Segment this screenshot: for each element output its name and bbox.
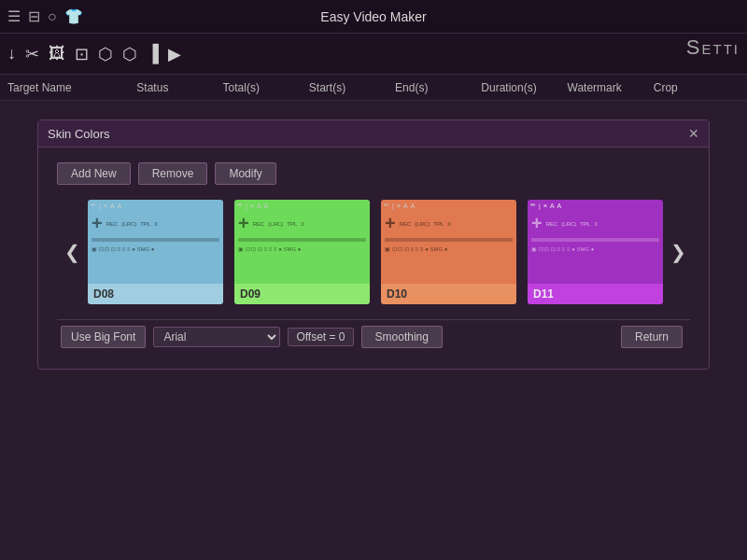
panels-icon[interactable]: ⊟ — [28, 7, 40, 25]
app-title: Easy Video Maker — [320, 9, 426, 24]
card-d09-preview: ✏ | ≡ A A + REC (LRC) TPL — [234, 200, 370, 284]
prev-arrow[interactable]: ❮ — [57, 241, 88, 263]
offset-control: Offset = 0 — [288, 328, 353, 346]
crop-icon[interactable]: ⊡ — [75, 44, 89, 64]
link2-icon[interactable]: ⬡ — [122, 44, 137, 64]
toolbar: ↓ ✂ 🖼 ⊡ ⬡ ⬡ ▐ ▶ Setti — [0, 34, 747, 75]
col-watermark: Watermark — [568, 81, 654, 94]
col-duration: Duration(s) — [481, 81, 567, 94]
title-bar-icons: ☰ ⊟ ○ 👕 — [0, 7, 83, 25]
column-headers: Target Name Status Total(s) Start(s) End… — [0, 75, 747, 101]
col-end: End(s) — [395, 81, 481, 94]
skin-card-d10[interactable]: ✏ | ≡ A A + REC (LRC) TPL — [381, 200, 516, 304]
font-dropdown[interactable]: Arial Times New Roman Verdana — [153, 327, 280, 347]
use-big-font-button[interactable]: Use Big Font — [61, 326, 146, 348]
card-d08-preview: ✏ | ≡ A A + REC (LRC) TPL — [88, 200, 223, 284]
dialog-body: Add New Remove Modify ❮ ✏ | ≡ — [38, 147, 709, 369]
dialog-titlebar: Skin Colors ✕ — [38, 120, 709, 147]
dialog-bottom-bar: Use Big Font Arial Times New Roman Verda… — [57, 319, 690, 354]
dialog-title: Skin Colors — [48, 127, 109, 141]
image-icon[interactable]: 🖼 — [49, 44, 65, 63]
menu-icon[interactable]: ☰ — [7, 7, 21, 25]
font-selector[interactable]: Arial Times New Roman Verdana — [153, 327, 280, 347]
card-d11-preview: ✏ | ≡ A A + REC (LRC) TPL — [528, 200, 663, 284]
card-d10-label: D10 — [381, 284, 516, 304]
settings-label: Setti — [686, 35, 740, 60]
title-bar: ☰ ⊟ ○ 👕 Easy Video Maker — [0, 0, 747, 34]
card-d11-label: D11 — [528, 284, 663, 304]
card-d08-label: D08 — [88, 284, 223, 304]
col-total: Total(s) — [223, 81, 309, 94]
cards-container: ✏ | ≡ A A + REC (LRC) TPL — [88, 200, 663, 304]
play-icon[interactable]: ▶ — [168, 44, 181, 64]
link-icon[interactable]: ⬡ — [98, 44, 113, 64]
skin-cards-area: ❮ ✏ | ≡ A A + — [57, 200, 690, 304]
search-icon[interactable]: ○ — [48, 8, 57, 25]
card-d09-label: D09 — [234, 284, 370, 304]
skin-card-d11[interactable]: ✏ | ≡ A A + REC (LRC) TPL — [528, 200, 663, 304]
col-status: Status — [136, 81, 222, 94]
skin-card-d09[interactable]: ✏ | ≡ A A + REC (LRC) TPL — [234, 200, 370, 304]
download-icon[interactable]: ↓ — [7, 44, 16, 63]
col-start: Start(s) — [309, 81, 395, 94]
main-area: Skin Colors ✕ Add New Remove Modify ❮ — [0, 101, 747, 560]
col-crop: Crop — [654, 81, 740, 94]
next-arrow[interactable]: ❯ — [663, 241, 694, 263]
modify-button[interactable]: Modify — [215, 162, 275, 185]
dialog-close-button[interactable]: ✕ — [688, 126, 699, 141]
add-new-button[interactable]: Add New — [57, 162, 131, 185]
panel-icon[interactable]: ▐ — [147, 44, 159, 63]
dialog-action-buttons: Add New Remove Modify — [57, 162, 690, 185]
remove-button[interactable]: Remove — [138, 162, 208, 185]
col-target-name: Target Name — [7, 81, 136, 94]
shirt-icon[interactable]: 👕 — [64, 7, 83, 25]
cut-icon[interactable]: ✂ — [25, 44, 39, 64]
smoothing-button[interactable]: Smoothing — [361, 326, 443, 348]
return-button[interactable]: Return — [621, 326, 683, 348]
card-d10-preview: ✏ | ≡ A A + REC (LRC) TPL — [381, 200, 516, 284]
skin-card-d08[interactable]: ✏ | ≡ A A + REC (LRC) TPL — [88, 200, 223, 304]
offset-display[interactable]: Offset = 0 — [288, 328, 353, 346]
skin-colors-dialog: Skin Colors ✕ Add New Remove Modify ❮ — [37, 119, 710, 370]
